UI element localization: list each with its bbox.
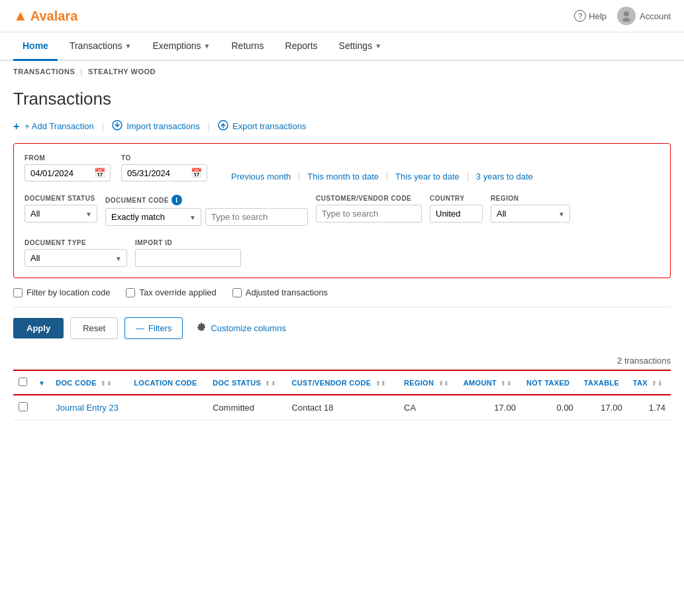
doc-status-select-wrapper: All Committed Uncommitted Voided ▼ <box>24 205 97 223</box>
page-title-area: Transactions <box>0 82 684 120</box>
nav-item-exemptions[interactable]: Exemptions ▼ <box>143 32 219 61</box>
table-header-row: ▼ DOC CODE ⬆⬇ LOCATION CODE DOC STATUS ⬆… <box>13 370 671 395</box>
top-right-actions: ? Help Account <box>574 7 671 25</box>
from-calendar-icon[interactable]: 📅 <box>94 168 105 178</box>
import-id-input[interactable] <box>135 249 241 267</box>
top-bar: ▲ Avalara ? Help Account <box>0 0 684 32</box>
nav-item-home[interactable]: Home <box>13 32 58 61</box>
doc-status-select[interactable]: All Committed Uncommitted Voided <box>24 205 97 223</box>
logo-icon: ▲ <box>13 7 28 25</box>
import-icon <box>112 120 122 132</box>
tax-override-checkbox[interactable] <box>126 288 135 297</box>
filters-button[interactable]: — Filters <box>124 317 183 339</box>
nav-bar: Home Transactions ▼ Exemptions ▼ Returns… <box>0 32 684 61</box>
doc-code-sort-icon: ⬆⬇ <box>101 380 112 387</box>
select-all-checkbox[interactable] <box>19 378 27 386</box>
tax-override-checkbox-label[interactable]: Tax override applied <box>126 287 216 297</box>
avatar <box>617 7 636 25</box>
row-checkbox[interactable] <box>19 402 28 411</box>
row-expand-cell <box>33 395 50 421</box>
logo-a: A <box>30 9 40 23</box>
row-checkbox-cell[interactable] <box>13 395 33 421</box>
customer-vendor-label: CUSTOMER/VENDOR CODE <box>316 195 422 202</box>
customer-vendor-field: CUSTOMER/VENDOR CODE <box>316 195 422 223</box>
doc-code-match-select[interactable]: Exactly match Starts with Contains <box>105 208 201 226</box>
customer-vendor-input[interactable] <box>316 205 422 223</box>
region-select[interactable]: All CA NY TX <box>491 205 570 223</box>
import-id-label: IMPORT ID <box>135 239 241 246</box>
prev-month-shortcut[interactable]: Previous month <box>223 172 299 181</box>
adjusted-transactions-checkbox-label[interactable]: Adjusted transactions <box>232 287 328 297</box>
row-tax-cell: 1.74 <box>628 395 671 421</box>
region-field: REGION All CA NY TX ▼ <box>491 195 570 223</box>
from-date-field[interactable] <box>30 168 90 178</box>
settings-caret: ▼ <box>375 42 381 50</box>
add-transaction-button[interactable]: + + Add Transaction <box>13 121 94 132</box>
transactions-table: ▼ DOC CODE ⬆⬇ LOCATION CODE DOC STATUS ⬆… <box>13 370 671 421</box>
th-tax[interactable]: TAX ⬆⬇ <box>628 370 671 395</box>
th-region[interactable]: REGION ⬆⬇ <box>399 370 458 395</box>
reset-button[interactable]: Reset <box>70 317 118 339</box>
adjusted-transactions-checkbox[interactable] <box>232 288 242 297</box>
nav-item-returns[interactable]: Returns <box>222 32 273 61</box>
filter-by-location-checkbox-label[interactable]: Filter by location code <box>13 287 110 297</box>
th-select-all[interactable] <box>13 370 33 395</box>
amount-sort-icon: ⬆⬇ <box>501 380 512 387</box>
expand-caret-icon: ▼ <box>38 380 45 387</box>
country-field: COUNTRY <box>430 195 483 223</box>
th-amount[interactable]: AMOUNT ⬆⬇ <box>458 370 521 395</box>
from-field-group: FROM 📅 <box>24 154 111 181</box>
help-label: Help <box>589 11 607 21</box>
customize-columns-button[interactable]: Customize columns <box>189 317 292 340</box>
date-shortcuts: Previous month This month to date This y… <box>223 172 541 181</box>
account-label: Account <box>640 11 671 21</box>
to-date-field[interactable] <box>127 168 187 178</box>
doc-code-link[interactable]: Journal Entry 23 <box>56 403 119 413</box>
to-calendar-icon[interactable]: 📅 <box>191 168 202 178</box>
th-expand: ▼ <box>33 370 50 395</box>
row-amount-cell: 17.00 <box>458 395 521 421</box>
doc-type-field: DOCUMENT TYPE All Sales Order Sales Invo… <box>24 239 127 267</box>
page-title: Transactions <box>13 89 671 109</box>
row-doc-status-cell: Committed <box>207 395 286 421</box>
region-select-wrapper: All CA NY TX ▼ <box>491 205 570 223</box>
logo[interactable]: ▲ Avalara <box>13 7 77 25</box>
nav-item-transactions[interactable]: Transactions ▼ <box>60 32 141 61</box>
export-transactions-button[interactable]: Export transactions <box>218 120 306 132</box>
doc-status-field: DOCUMENT STATUS All Committed Uncommitte… <box>24 195 97 223</box>
from-date-input[interactable]: 📅 <box>24 164 111 181</box>
import-id-field: IMPORT ID <box>135 239 241 267</box>
th-doc-status[interactable]: DOC STATUS ⬆⬇ <box>207 370 286 395</box>
country-input[interactable] <box>430 205 483 223</box>
customize-columns-label: Customize columns <box>211 323 285 333</box>
account-button[interactable]: Account <box>617 7 671 25</box>
to-date-input[interactable]: 📅 <box>121 164 207 181</box>
doc-code-search-input[interactable] <box>205 208 308 226</box>
row-doc-code-cell[interactable]: Journal Entry 23 <box>50 395 128 421</box>
import-transactions-button[interactable]: Import transactions <box>112 120 200 132</box>
doc-status-sort-icon: ⬆⬇ <box>265 380 276 387</box>
th-cust-vendor-code[interactable]: CUST/VENDOR CODE ⬆⬇ <box>287 370 399 395</box>
filter-by-location-checkbox[interactable] <box>13 288 23 297</box>
tax-override-label: Tax override applied <box>139 287 216 297</box>
apply-button[interactable]: Apply <box>13 318 64 338</box>
action-sep-1: | <box>102 121 104 131</box>
breadcrumb-part1: TRANSACTIONS <box>13 68 75 76</box>
this-year-shortcut[interactable]: This year to date <box>387 172 468 181</box>
action-sep-2: | <box>208 121 210 131</box>
this-month-shortcut[interactable]: This month to date <box>299 172 387 181</box>
doc-type-select[interactable]: All Sales Order Sales Invoice Purchase O… <box>24 249 127 267</box>
help-button[interactable]: ? Help <box>574 10 607 22</box>
nav-item-reports[interactable]: Reports <box>276 32 327 61</box>
three-years-shortcut[interactable]: 3 years to date <box>468 172 541 181</box>
tax-sort-icon: ⬆⬇ <box>652 380 663 387</box>
nav-item-settings[interactable]: Settings ▼ <box>330 32 391 61</box>
th-not-taxed: NOT TAXED <box>521 370 579 395</box>
doc-code-info-icon[interactable]: i <box>171 195 182 205</box>
th-doc-code[interactable]: DOC CODE ⬆⬇ <box>50 370 128 395</box>
breadcrumb-sep: | <box>80 68 83 76</box>
plus-icon: + <box>13 121 19 132</box>
from-label: FROM <box>24 154 111 162</box>
row-not-taxed-cell: 0.00 <box>521 395 579 421</box>
svg-point-1 <box>622 18 630 22</box>
